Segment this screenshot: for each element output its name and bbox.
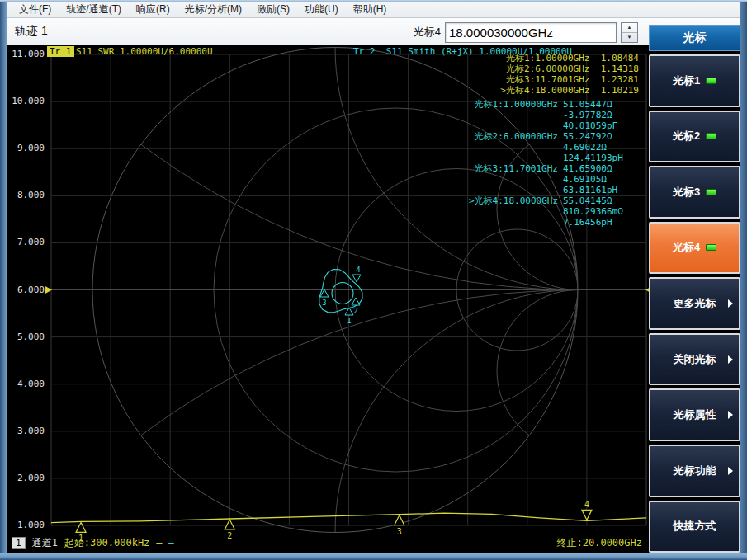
trace2-readout-value: 4.69022Ω [563,142,639,153]
trace2-readout-label [469,185,558,195]
trace2-readout-value: 810.29366mΩ [563,206,639,217]
spinner-down-button[interactable]: ▼ [622,32,637,42]
svg-text:2: 2 [353,307,357,315]
softkey-label: 光标4 [673,240,700,255]
softkey-label: 光标1 [673,73,700,88]
trace2-readout-value: 63.81161pH [563,185,639,195]
trace2-readout-label [469,174,558,185]
softkey-更多光标[interactable]: 更多光标 [649,277,740,330]
channel-status-bar: 1 通道1 起始:300.000kHz — — 终止:20.0000GHz [12,535,642,550]
softkey-光标4[interactable]: 光标4 [649,222,740,275]
svg-text:3: 3 [322,299,326,307]
softkey-光标功能[interactable]: 光标功能 [649,445,740,497]
trace2-readout-label [469,110,558,120]
menu-item-3[interactable]: 光标/分析(M) [177,2,249,17]
trace2-readout-label: 光标3:11.7001GHz [469,163,558,174]
marker-entry-label: 光标4 [414,25,441,40]
marker-on-led-icon [706,133,716,139]
svg-text:4: 4 [584,500,589,509]
start-frequency-label: 起始:300.000kHz [64,536,149,550]
channel-name: 通道1 [32,536,58,550]
softkey-label: 光标3 [673,185,700,200]
softkey-label: 光标功能 [674,464,716,478]
stop-frequency-label: 终止:20.0000GHz [557,536,642,550]
trace2-readout-value: 41.65900Ω [563,163,639,174]
y-tick-label: 8.000 [10,191,45,200]
marker-on-led-icon [706,244,716,251]
channel-badge: 1 [12,537,26,549]
y-tick-label: 2.000 [10,473,45,483]
submenu-arrow-icon [728,299,733,308]
toolbar: 轨迹 1 光标4 ▲ ▼ [7,18,740,45]
y-tick-label: 6.000 [10,285,45,295]
softkey-label: 快捷方式 [674,519,716,534]
submenu-arrow-icon [728,355,733,364]
trace2-color-key: — [168,537,173,548]
menu-bar: 文件(F)轨迹/通道(T)响应(R)光标/分析(M)激励(S)功能(U)帮助(H… [7,2,740,18]
softkey-label: 光标属性 [674,407,716,422]
softkey-关闭光标[interactable]: 关闭光标 [649,333,740,386]
trace2-readout-label [469,120,558,131]
submenu-arrow-icon [728,411,733,419]
trace2-readout-label: >光标4:18.0000GHz [469,195,558,206]
trace2-readout-value: 4.69105Ω [563,174,639,185]
svg-text:4: 4 [356,266,360,274]
trace2-readout-value: -3.97782Ω [563,110,639,120]
softkey-快捷方式[interactable]: 快捷方式 [649,501,740,553]
trace1-title: S11 SWR 1.00000U/6.00000U [76,46,213,57]
trace1-badge[interactable]: Tr 1 [47,46,74,57]
y-tick-label: 11.000 [10,49,45,59]
trace-tab[interactable]: 轨迹 1 [15,24,48,39]
trace2-readout-value: 55.04145Ω [563,195,639,206]
softkey-光标属性[interactable]: 光标属性 [649,388,740,441]
trace2-readout-value: 51.05447Ω [563,99,639,110]
trace2-readout-label: 光标2:6.00000GHz [469,131,558,142]
y-tick-label: 9.000 [10,144,45,153]
menu-item-4[interactable]: 激励(S) [249,2,297,17]
y-tick-label: 1.000 [10,520,45,530]
sidebar-buttons: 光标1光标2光标3光标4更多光标关闭光标光标属性光标功能快捷方式 [649,51,740,553]
trace1-readout-row: 光标2:6.00000GHz 1.14318 [500,64,639,74]
trace2-readout-value: 55.24792Ω [563,131,639,142]
trace2-marker-readout: 光标1:1.00000GHz51.05447Ω-3.97782Ω40.01059… [469,99,639,228]
svg-text:1: 1 [347,317,351,325]
trace1-readout-row: 光标1:1.00000GHz 1.08484 [500,53,639,64]
softkey-光标3[interactable]: 光标3 [649,166,740,219]
softkey-label: 光标2 [673,129,700,144]
trace2-readout-value: 40.01059pF [563,120,639,131]
y-tick-label: 3.000 [10,426,45,436]
y-tick-label: 7.000 [10,238,45,247]
menu-item-5[interactable]: 功能(U) [297,2,346,17]
menu-item-0[interactable]: 文件(F) [12,2,59,17]
window-border-bottom [0,553,747,560]
menu-item-6[interactable]: 帮助(H) [346,2,395,17]
menu-item-1[interactable]: 轨迹/通道(T) [59,2,129,17]
trace1-color-key: — [156,537,161,548]
y-tick-label: 10.000 [10,96,45,106]
marker-frequency-entry: 光标4 ▲ ▼ [414,21,638,43]
softkey-光标1[interactable]: 光标1 [649,54,740,107]
trace2-readout-label: 光标1:1.00000GHz [469,99,558,110]
trace1-readout-row: 光标3:11.7001GHz 1.23281 [500,74,639,85]
trace2-readout-label [469,217,558,228]
softkey-label: 更多光标 [674,296,716,311]
y-tick-label: 4.000 [10,379,45,389]
trace2-readout-value: 124.41193pH [563,153,639,163]
softkey-光标2[interactable]: 光标2 [649,111,740,163]
menu-item-2[interactable]: 响应(R) [129,2,177,17]
spinner-up-button[interactable]: ▲ [622,23,637,32]
frequency-spinner: ▲ ▼ [621,22,638,43]
marker-on-led-icon [706,78,716,84]
submenu-arrow-icon [728,467,733,475]
trace2-readout-label [469,153,558,163]
trace2-readout-label [469,206,558,217]
plot-area[interactable]: 12343124 Tr 1 S11 SWR 1.00000U/6.00000U … [7,45,649,553]
trace1-readout-row: >光标4:18.0000GHz 1.10219 [500,85,639,96]
trace1-marker-readout: 光标1:1.00000GHz 1.08484光标2:6.00000GHz 1.1… [500,53,639,96]
softkey-label: 关闭光标 [674,352,716,367]
marker-on-led-icon [706,189,716,195]
y-tick-label: 5.000 [10,332,45,342]
marker-frequency-input[interactable] [445,22,617,43]
trace2-readout-label [469,142,558,153]
trace2-readout-value: 7.16456pH [563,217,639,228]
